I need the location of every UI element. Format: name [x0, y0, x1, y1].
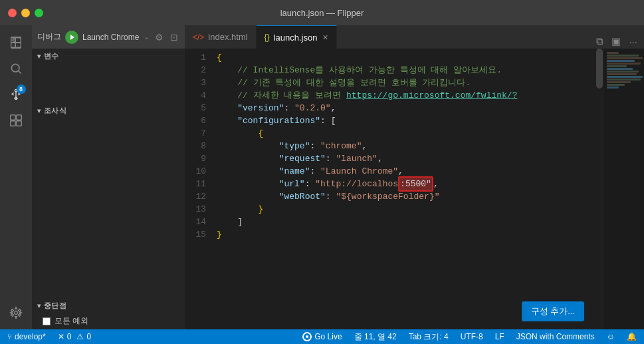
window-title: launch.json — Flipper — [280, 8, 364, 18]
svg-rect-12 — [17, 120, 22, 126]
sidebar: 디버그 Launch Chrome ⌄ ⚙ ⊡ 변수 조사식 중단점 모든 예외 — [32, 25, 185, 329]
debug-config-chevron[interactable]: ⌄ — [144, 33, 150, 41]
tabs-right-actions: ⧉ ▣ ··· — [595, 34, 644, 49]
line-ending-text: LF — [495, 332, 504, 341]
sidebar-breakpoints-header[interactable]: 중단점 — [32, 298, 185, 313]
language-text: JSON with Comments — [516, 332, 595, 341]
code-line-4: // 자세한 내용을 보려면 https://go.microsoft.com/… — [217, 89, 595, 102]
code-line-3: // 기존 특성에 대한 설명을 보려면 호버를 가리킵니다. — [217, 77, 595, 89]
debug-config-name: Launch Chrome — [82, 33, 140, 42]
line-numbers: 1 2 3 4 5 6 7 8 9 10 11 12 13 14 15 — [185, 49, 211, 329]
debug-toolbar: 디버그 Launch Chrome ⌄ ⚙ ⊡ — [32, 25, 185, 49]
status-bar: ⑂ develop* ✕ 0 ⚠ 0 Go Live 줄 11, 열 42 Ta… — [0, 329, 644, 344]
warning-count: 0 — [86, 332, 91, 341]
code-line-15: } — [217, 228, 595, 241]
code-line-9: "request": "launch", — [217, 152, 595, 165]
sidebar-variables-content — [32, 63, 185, 103]
split-editor-icon[interactable]: ⧉ — [595, 34, 605, 49]
code-editor[interactable]: { // IntelliSense를 사용하여 가능한 특성에 대해 알아보세요… — [211, 49, 595, 329]
sidebar-watch-content — [32, 118, 185, 158]
add-config-button[interactable]: 구성 추가... — [522, 301, 584, 321]
code-line-5: "version": "0.2.0", — [217, 102, 595, 114]
breakpoint-checkbox[interactable] — [43, 317, 51, 325]
code-line-2: // IntelliSense를 사용하여 가능한 특성에 대해 알아보세요. — [217, 64, 595, 77]
html-file-icon: </> — [193, 33, 204, 42]
tab-close-icon[interactable]: × — [322, 32, 328, 43]
titlebar: launch.json — Flipper — [0, 0, 644, 25]
code-line-11: "url": "http://localhos:5500", — [217, 178, 595, 190]
svg-rect-1 — [11, 42, 21, 43]
more-actions-icon[interactable]: ··· — [627, 35, 639, 49]
error-count: 0 — [67, 332, 72, 341]
window-controls[interactable] — [8, 9, 43, 17]
status-line-ending[interactable]: LF — [493, 332, 506, 341]
activity-explorer[interactable] — [5, 31, 28, 54]
editor-area: </> index.html {} launch.json × ⧉ ▣ ··· … — [185, 25, 644, 329]
go-live-label: Go Live — [314, 332, 342, 341]
editor-content: 1 2 3 4 5 6 7 8 9 10 11 12 13 14 15 { //… — [185, 49, 644, 329]
code-line-7: { — [217, 127, 595, 140]
code-line-12: "webRoot": "${workspaceFolder}" — [217, 190, 595, 203]
activity-settings[interactable] — [5, 301, 28, 324]
scrollbar-thumb[interactable] — [596, 49, 603, 88]
status-errors[interactable]: ✕ 0 ⚠ 0 — [56, 332, 93, 341]
code-line-13: } — [217, 203, 595, 216]
debug-settings-icon[interactable]: ⚙ — [154, 31, 165, 44]
encoding-text: UTF-8 — [461, 332, 483, 341]
sidebar-breakpoints-content: 모든 예외 — [32, 313, 185, 329]
close-button[interactable] — [8, 9, 17, 17]
git-branch-icon: ⑂ — [7, 332, 12, 341]
debug-play-button[interactable] — [65, 31, 78, 44]
debug-label: 디버그 — [37, 31, 61, 43]
editor-scrollbar[interactable] — [595, 49, 604, 329]
debug-terminal-icon[interactable]: ⊡ — [169, 31, 179, 44]
branch-name: develop* — [15, 332, 46, 341]
sidebar-watch-header[interactable]: 조사식 — [32, 103, 185, 118]
status-smiley[interactable]: ☺ — [605, 332, 617, 341]
json-file-icon: {} — [265, 33, 270, 42]
code-line-8: "type": "chrome", — [217, 140, 595, 152]
code-line-1: { — [217, 51, 595, 64]
debug-badge: 8 — [17, 85, 26, 94]
activity-bottom — [0, 301, 32, 329]
activity-debug[interactable]: 8 — [5, 83, 28, 106]
tab-index-html[interactable]: </> index.html — [185, 25, 257, 49]
activity-bar: 8 — [0, 25, 32, 329]
svg-point-6 — [11, 64, 19, 72]
tab-launch-json[interactable]: {} launch.json × — [257, 25, 337, 49]
maximize-button[interactable] — [35, 9, 43, 17]
svg-rect-10 — [17, 114, 22, 120]
minimap — [604, 49, 644, 329]
error-icon: ✕ — [58, 332, 64, 341]
tab-label-index-html: index.html — [208, 32, 247, 42]
status-tab-size[interactable]: Tab 크기: 4 — [407, 331, 451, 343]
tabs-bar: </> index.html {} launch.json × ⧉ ▣ ··· — [185, 25, 644, 49]
code-line-6: "configurations": [ — [217, 114, 595, 127]
tab-label-launch-json: launch.json — [274, 33, 318, 43]
minimize-button[interactable] — [21, 9, 30, 17]
line-col-text: 줄 11, 열 42 — [354, 331, 397, 343]
go-live-icon — [302, 332, 312, 341]
smiley-icon: ☺ — [607, 332, 615, 341]
status-bell[interactable]: 🔔 — [625, 332, 639, 341]
svg-point-13 — [15, 311, 18, 314]
warning-icon: ⚠ — [76, 332, 84, 341]
activity-search[interactable] — [5, 57, 28, 80]
tab-size-text: Tab 크기: 4 — [409, 331, 449, 343]
sidebar-variables-header[interactable]: 변수 — [32, 49, 185, 63]
main-layout: 8 디버그 Launch Chrome ⌄ — [0, 25, 644, 329]
svg-rect-11 — [11, 120, 16, 126]
activity-extensions[interactable] — [5, 108, 28, 132]
status-language[interactable]: JSON with Comments — [514, 332, 597, 341]
status-branch[interactable]: ⑂ develop* — [5, 332, 48, 341]
svg-rect-9 — [11, 114, 16, 120]
status-encoding[interactable]: UTF-8 — [459, 332, 485, 341]
bell-icon: 🔔 — [627, 332, 637, 341]
status-line-col[interactable]: 줄 11, 열 42 — [352, 331, 399, 343]
breakpoint-all-exceptions: 모든 예외 — [32, 314, 185, 328]
layout-icon[interactable]: ▣ — [610, 34, 622, 49]
code-line-14: ] — [217, 216, 595, 228]
status-go-live[interactable]: Go Live — [300, 332, 344, 341]
highlight-5500: :5500" — [398, 176, 433, 192]
